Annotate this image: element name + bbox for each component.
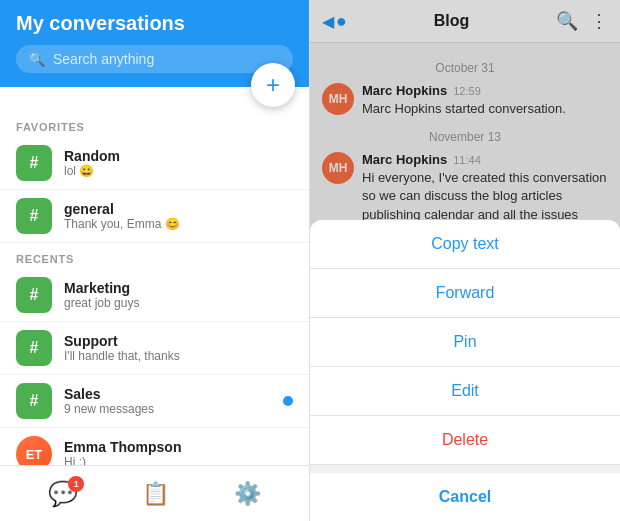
channel-icon-sales: # [16, 383, 52, 419]
conv-info-support: Support I'll handle that, thanks [64, 333, 293, 363]
conv-name-emma: Emma Thompson [64, 439, 293, 455]
conv-item-support[interactable]: # Support I'll handle that, thanks [0, 322, 309, 375]
favorites-section-label: FAVORITES [0, 111, 309, 137]
right-panel: ◀ ● Blog 🔍 ⋮ October 31 MH Marc Hopkins … [310, 0, 620, 521]
bottom-nav: 💬 1 📋 ⚙️ [0, 465, 309, 521]
conversations-list: FAVORITES # Random lol 😀 # general Thank… [0, 87, 309, 465]
edit-button[interactable]: Edit [310, 367, 620, 416]
search-placeholder: Search anything [53, 51, 154, 67]
settings-icon: ⚙️ [234, 481, 261, 507]
conv-item-sales[interactable]: # Sales 9 new messages [0, 375, 309, 428]
context-menu-overlay: Copy text Forward Pin Edit Delete Cancel [310, 0, 620, 521]
conv-item-random[interactable]: # Random lol 😀 [0, 137, 309, 190]
conv-preview-support: I'll handle that, thanks [64, 349, 293, 363]
conv-info-random: Random lol 😀 [64, 148, 293, 178]
chat-badge: 1 [68, 476, 84, 492]
nav-chat-button[interactable]: 💬 1 [48, 480, 78, 508]
conv-name-random: Random [64, 148, 293, 164]
left-panel: My conversations 🔍 Search anything + FAV… [0, 0, 310, 521]
channel-icon-support: # [16, 330, 52, 366]
pin-button[interactable]: Pin [310, 318, 620, 367]
conv-info-general: general Thank you, Emma 😊 [64, 201, 293, 231]
conv-info-marketing: Marketing great job guys [64, 280, 293, 310]
context-menu: Copy text Forward Pin Edit Delete Cancel [310, 220, 620, 521]
nav-list-button[interactable]: 📋 [142, 481, 169, 507]
conversations-title: My conversations [16, 12, 293, 35]
conv-preview-random: lol 😀 [64, 164, 293, 178]
conv-item-emma[interactable]: ET Emma Thompson Hi ;) [0, 428, 309, 465]
conv-preview-general: Thank you, Emma 😊 [64, 217, 293, 231]
delete-button[interactable]: Delete [310, 416, 620, 465]
channel-icon-random: # [16, 145, 52, 181]
conv-name-support: Support [64, 333, 293, 349]
conv-name-sales: Sales [64, 386, 271, 402]
new-conversation-button[interactable]: + [251, 63, 295, 107]
conv-info-sales: Sales 9 new messages [64, 386, 271, 416]
conv-name-marketing: Marketing [64, 280, 293, 296]
conv-name-general: general [64, 201, 293, 217]
unread-indicator-sales [283, 396, 293, 406]
cancel-button[interactable]: Cancel [310, 473, 620, 521]
nav-settings-button[interactable]: ⚙️ [234, 481, 261, 507]
conv-info-emma: Emma Thompson Hi ;) [64, 439, 293, 465]
channel-icon-general: # [16, 198, 52, 234]
forward-button[interactable]: Forward [310, 269, 620, 318]
conv-preview-sales: 9 new messages [64, 402, 271, 416]
avatar-emma: ET [16, 436, 52, 465]
search-bar[interactable]: 🔍 Search anything [16, 45, 293, 73]
left-header: My conversations 🔍 Search anything + [0, 0, 309, 87]
channel-icon-marketing: # [16, 277, 52, 313]
conv-preview-marketing: great job guys [64, 296, 293, 310]
conv-item-marketing[interactable]: # Marketing great job guys [0, 269, 309, 322]
search-icon: 🔍 [28, 51, 45, 67]
list-icon: 📋 [142, 481, 169, 507]
conv-preview-emma: Hi ;) [64, 455, 293, 465]
conv-item-general[interactable]: # general Thank you, Emma 😊 [0, 190, 309, 243]
recents-section-label: RECENTS [0, 243, 309, 269]
copy-text-button[interactable]: Copy text [310, 220, 620, 269]
